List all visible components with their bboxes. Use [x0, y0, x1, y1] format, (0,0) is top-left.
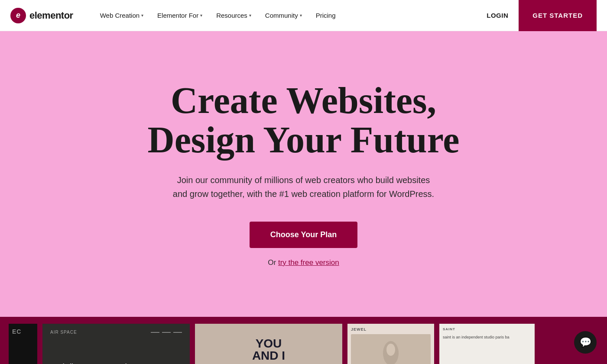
- nav-label-elementor-for: Elementor For: [157, 12, 198, 19]
- navbar: e elementor Web Creation ▾ Elementor For…: [0, 0, 607, 31]
- template-card-jewel[interactable]: JEWEL: [347, 324, 434, 364]
- template-strip: EC AIR SPACE Say hello to your new works…: [0, 317, 607, 364]
- logo-icon: e: [10, 8, 26, 23]
- logo-letter: e: [16, 11, 20, 20]
- nav-item-resources[interactable]: Resources ▾: [210, 8, 257, 23]
- chat-icon: 💬: [580, 337, 591, 348]
- saint-caption: saint is an independent studio paris ba: [443, 335, 531, 341]
- you-and-i-text: YOUAND I: [252, 338, 285, 362]
- free-version-text: Or try the free version: [268, 258, 339, 267]
- chat-widget[interactable]: 💬: [574, 331, 597, 354]
- jewel-top-bar: JEWEL: [351, 327, 431, 332]
- air-nav-dot: [173, 332, 182, 333]
- template-card-air[interactable]: AIR SPACE Say hello to your new workspac…: [42, 324, 190, 364]
- login-button[interactable]: LOGIN: [476, 7, 519, 23]
- choose-plan-button[interactable]: Choose Your Plan: [250, 222, 357, 248]
- template-card-ec[interactable]: EC: [9, 324, 37, 364]
- saint-top-bar: SAINT: [443, 327, 531, 331]
- hero-title-line1: Create Websites,: [171, 80, 436, 121]
- chevron-down-icon: ▾: [141, 13, 143, 18]
- jewel-logo: JEWEL: [351, 327, 367, 332]
- template-strip-section: EC AIR SPACE Say hello to your new works…: [0, 317, 607, 364]
- svg-point-1: [386, 344, 395, 356]
- nav-item-pricing[interactable]: Pricing: [310, 8, 342, 23]
- air-nav-dot: [151, 332, 159, 333]
- ec-label: EC: [12, 328, 34, 335]
- nav-label-pricing: Pricing: [316, 12, 336, 19]
- jewel-image: [351, 334, 431, 364]
- nav-right: LOGIN GET STARTED: [476, 0, 597, 31]
- nav-links: Web Creation ▾ Elementor For ▾ Resources…: [94, 8, 477, 23]
- template-card-you[interactable]: YOUAND I: [195, 324, 342, 364]
- air-logo: AIR SPACE: [50, 330, 77, 335]
- hero-subtitle: Join our community of millions of web cr…: [169, 173, 438, 201]
- hero-title: Create Websites, Design Your Future: [148, 81, 460, 159]
- nav-label-community: Community: [265, 12, 298, 19]
- chevron-down-icon: ▾: [249, 13, 251, 18]
- free-version-link[interactable]: try the free version: [278, 258, 339, 267]
- get-started-button[interactable]: GET STARTED: [519, 0, 597, 31]
- air-nav-dot: [162, 332, 171, 333]
- nav-label-web-creation: Web Creation: [100, 12, 140, 19]
- logo[interactable]: e elementor: [10, 8, 73, 23]
- hero-title-line2: Design Your Future: [148, 119, 460, 161]
- hero-section: Create Websites, Design Your Future Join…: [0, 31, 607, 317]
- chevron-down-icon: ▾: [200, 13, 202, 18]
- jewel-graphic: [382, 340, 399, 364]
- logo-text: elementor: [29, 10, 73, 21]
- air-nav-dots: [151, 332, 182, 333]
- chevron-down-icon: ▾: [300, 13, 302, 18]
- free-version-prefix: Or: [268, 258, 278, 267]
- air-top-bar: AIR SPACE: [50, 330, 182, 335]
- nav-item-community[interactable]: Community ▾: [259, 8, 308, 23]
- saint-logo: SAINT: [443, 327, 455, 331]
- nav-item-elementor-for[interactable]: Elementor For ▾: [151, 8, 208, 23]
- template-card-saint[interactable]: SAINT saint is an independent studio par…: [439, 324, 535, 364]
- nav-label-resources: Resources: [216, 12, 247, 19]
- nav-item-web-creation[interactable]: Web Creation ▾: [94, 8, 149, 23]
